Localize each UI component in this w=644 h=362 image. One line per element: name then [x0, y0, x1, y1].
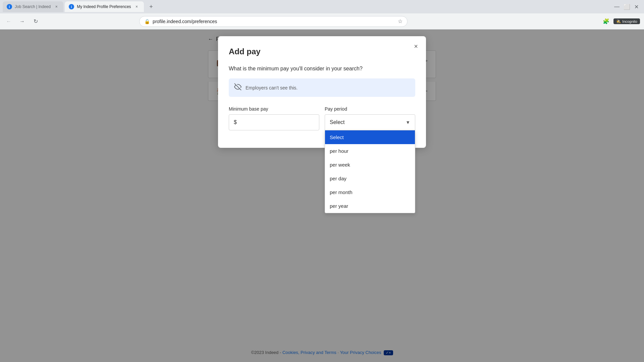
add-pay-modal: × Add pay What is the minimum pay you'll… [218, 36, 426, 148]
incognito-icon: 🕵 [616, 19, 621, 23]
browser-tab-2[interactable]: i My Indeed Profile Preferences × [65, 1, 144, 12]
tab-2-label: My Indeed Profile Preferences [77, 4, 131, 9]
tab-1-favicon: i [7, 4, 12, 9]
form-row: Minimum base pay $ Pay period Select ▼ [229, 106, 415, 130]
browser-chrome: i Job Search | Indeed × i My Indeed Prof… [0, 0, 644, 29]
select-current-value: Select [330, 119, 344, 125]
option-per-day[interactable]: per day [325, 172, 415, 185]
forward-button[interactable]: → [17, 17, 27, 26]
option-per-month[interactable]: per month [325, 185, 415, 199]
pay-period-group: Pay period Select ▼ Select per hour per … [325, 106, 415, 130]
extensions-button[interactable]: 🧩 [601, 17, 611, 26]
min-pay-label: Minimum base pay [229, 106, 319, 112]
pay-period-label: Pay period [325, 106, 415, 112]
bookmark-star-icon[interactable]: ☆ [398, 18, 402, 24]
option-per-week[interactable]: per week [325, 158, 415, 172]
option-per-year[interactable]: per year [325, 199, 415, 213]
modal-overlay: × Add pay What is the minimum pay you'll… [0, 29, 644, 362]
option-select[interactable]: Select [325, 130, 415, 144]
min-pay-group: Minimum base pay $ [229, 106, 319, 130]
title-bar: i Job Search | Indeed × i My Indeed Prof… [0, 0, 644, 13]
dollar-sign: $ [234, 119, 237, 125]
chevron-down-icon: ▼ [406, 120, 410, 125]
tab-2-close[interactable]: × [134, 4, 140, 10]
tab-2-favicon: i [69, 4, 74, 9]
window-controls: — ⬜ ✕ [614, 4, 641, 10]
tab-1-label: Job Search | Indeed [15, 4, 51, 9]
url-text: profile.indeed.com/preferences [153, 19, 395, 24]
tab-1-close[interactable]: × [53, 4, 59, 10]
option-per-hour[interactable]: per hour [325, 144, 415, 158]
pay-period-select[interactable]: Select ▼ [325, 114, 415, 130]
back-button[interactable]: ← [4, 17, 13, 26]
close-icon: × [414, 43, 418, 50]
minimize-button[interactable]: — [614, 4, 620, 10]
incognito-label: Incognito [622, 19, 637, 23]
pay-period-dropdown: Select per hour per week per day per mon… [325, 130, 415, 213]
modal-title: Add pay [229, 47, 415, 56]
info-banner-text: Employers can't see this. [246, 85, 298, 90]
pay-period-select-wrapper: Select ▼ Select per hour per week per da… [325, 114, 415, 130]
url-bar[interactable]: 🔒 profile.indeed.com/preferences ☆ [139, 16, 408, 27]
info-banner: Employers can't see this. [229, 78, 415, 97]
browser-tab-1[interactable]: i Job Search | Indeed × [3, 1, 63, 12]
page-content: ← Profile 💼 Job types Part-time ✏ 🏠 Add … [0, 29, 644, 362]
min-pay-input[interactable] [239, 119, 314, 125]
new-tab-button[interactable]: + [147, 2, 156, 11]
address-bar: ← → ↻ 🔒 profile.indeed.com/preferences ☆… [0, 13, 644, 29]
refresh-button[interactable]: ↻ [31, 17, 40, 26]
min-pay-input-wrapper: $ [229, 114, 319, 130]
modal-question: What is the minimum pay you'll consider … [229, 66, 415, 72]
browser-actions: 🧩 🕵 Incognito [601, 17, 640, 26]
eye-off-icon [234, 83, 241, 92]
close-window-button[interactable]: ✕ [634, 4, 639, 10]
incognito-badge: 🕵 Incognito [613, 18, 640, 24]
maximize-button[interactable]: ⬜ [624, 4, 630, 10]
modal-close-button[interactable]: × [411, 42, 421, 51]
lock-icon: 🔒 [144, 19, 150, 24]
